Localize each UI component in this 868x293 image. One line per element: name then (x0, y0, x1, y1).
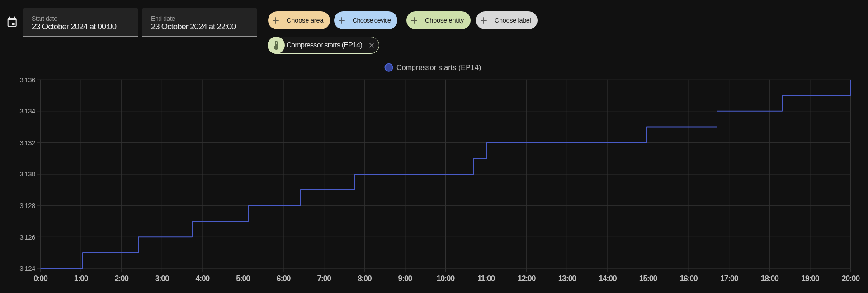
svg-text:4:00: 4:00 (196, 274, 210, 283)
svg-text:3,124: 3,124 (19, 265, 36, 272)
svg-text:3,134: 3,134 (19, 107, 36, 115)
svg-text:3,126: 3,126 (19, 233, 35, 241)
svg-text:15:00: 15:00 (639, 274, 658, 283)
svg-text:1:00: 1:00 (74, 274, 89, 283)
svg-text:6:00: 6:00 (277, 274, 291, 283)
svg-text:0:00: 0:00 (33, 274, 48, 283)
svg-text:3,130: 3,130 (19, 170, 36, 178)
svg-text:3:00: 3:00 (155, 274, 170, 283)
svg-text:3,132: 3,132 (19, 139, 35, 146)
svg-text:16:00: 16:00 (679, 274, 698, 283)
svg-text:9:00: 9:00 (398, 274, 413, 283)
svg-text:17:00: 17:00 (720, 274, 739, 283)
svg-text:2:00: 2:00 (114, 274, 129, 283)
svg-text:19:00: 19:00 (801, 274, 820, 283)
svg-text:Compressor starts (EP14): Compressor starts (EP14) (396, 64, 481, 71)
svg-text:18:00: 18:00 (761, 274, 779, 283)
svg-text:20:00: 20:00 (842, 274, 860, 283)
svg-text:11:00: 11:00 (477, 274, 495, 283)
svg-text:5:00: 5:00 (236, 274, 250, 283)
svg-text:3,128: 3,128 (19, 202, 35, 209)
svg-text:12:00: 12:00 (518, 274, 536, 283)
svg-text:7:00: 7:00 (317, 274, 331, 283)
svg-text:13:00: 13:00 (558, 274, 577, 283)
svg-text:3,136: 3,136 (19, 76, 35, 84)
svg-text:14:00: 14:00 (599, 274, 617, 283)
svg-text:8:00: 8:00 (358, 274, 372, 283)
svg-text:10:00: 10:00 (437, 274, 455, 283)
